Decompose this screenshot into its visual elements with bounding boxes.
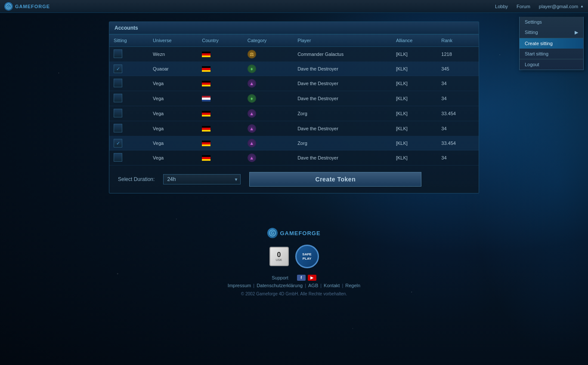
cell-universe-5: Vega xyxy=(149,121,198,136)
col-country: Country xyxy=(198,34,243,47)
checkbox-5[interactable] xyxy=(114,124,122,132)
cell-category-1: ♦ xyxy=(243,62,293,76)
cell-country-6 xyxy=(198,136,243,150)
cell-category-5: ▲ xyxy=(243,121,293,136)
sitting-arrow: ▶ xyxy=(575,30,578,35)
svg-text:G: G xyxy=(271,231,274,236)
footer-logo-icon: G xyxy=(267,228,278,238)
dropdown-start-sitting[interactable]: Start sitting xyxy=(520,49,583,59)
cell-country-5 xyxy=(198,121,243,136)
cell-category-4: ▲ xyxy=(243,106,293,121)
checkbox-6[interactable]: ✓ xyxy=(114,139,122,147)
cell-category-7: ▲ xyxy=(243,150,293,166)
support-link[interactable]: Support xyxy=(272,275,288,280)
duration-select[interactable]: 1h2h4h8h12h24h48h72h xyxy=(163,174,241,184)
youtube-icon[interactable]: ▶ xyxy=(308,275,316,281)
user-menu-arrow: ▲ xyxy=(580,4,584,8)
dropdown-logout[interactable]: Logout xyxy=(520,59,583,70)
checkbox-2[interactable] xyxy=(114,79,122,87)
footer: G GAMEFORGE 0 USK SAFEPLAY Support f ▶ I… xyxy=(0,219,588,305)
cell-sitting-2 xyxy=(109,76,149,91)
cell-player-0: Commander Galactus xyxy=(293,47,392,62)
checkbox-1[interactable]: ✓ xyxy=(114,64,122,73)
panel-header: Accounts xyxy=(109,22,479,34)
user-dropdown: Settings Sitting ▶ Create sitting Start … xyxy=(519,17,584,70)
table-row: Vega ▲ Dave the Destroyer [KLK] 34 xyxy=(109,121,479,136)
cell-sitting-3 xyxy=(109,91,149,106)
cell-sitting-4 xyxy=(109,106,149,121)
cell-rank-5: 34 xyxy=(437,121,479,136)
dropdown-settings[interactable]: Settings xyxy=(520,17,583,27)
footer-link-agb[interactable]: AGB xyxy=(308,283,318,288)
col-category: Category xyxy=(243,34,293,47)
footer-copyright: © 2002 Gameforge 4D GmbH. Alle Rechte vo… xyxy=(0,291,588,296)
flag-icon-0 xyxy=(202,52,210,57)
cell-player-5: Dave the Destroyer xyxy=(293,121,392,136)
cell-sitting-1: ✓ xyxy=(109,62,149,76)
flag-icon-2 xyxy=(202,81,210,86)
footer-link-datenschutz[interactable]: Datenschutzerklärung xyxy=(257,283,303,288)
main-content: Accounts Sitting Universe Country Catego… xyxy=(100,13,488,202)
cell-sitting-7 xyxy=(109,150,149,166)
nav-lobby[interactable]: Lobby xyxy=(495,4,508,9)
footer-logo: G GAMEFORGE xyxy=(0,228,588,238)
cell-category-3: ♦ xyxy=(243,91,293,106)
cell-sitting-0 xyxy=(109,47,149,62)
usk-label: USK xyxy=(276,258,282,261)
category-icon-0: ⚖ xyxy=(248,50,256,58)
checkbox-7[interactable] xyxy=(114,153,122,162)
category-icon-1: ♦ xyxy=(248,64,256,73)
cell-player-1: Dave the Destroyer xyxy=(293,62,392,76)
cell-alliance-5: [KLK] xyxy=(392,121,437,136)
table-row: Wezn ⚖ Commander Galactus [KLK] 1218 xyxy=(109,47,479,62)
logo-text: GAMEFORGE xyxy=(15,4,50,9)
cell-country-2 xyxy=(198,76,243,91)
user-menu[interactable]: player@gmail.com ▲ Settings Sitting ▶ Cr… xyxy=(539,4,584,9)
dropdown-create-sitting[interactable]: Create sitting xyxy=(520,38,583,49)
action-row: Select Duration: 1h2h4h8h12h24h48h72h ▼ … xyxy=(109,166,479,193)
cell-sitting-6: ✓ xyxy=(109,136,149,150)
footer-link-kontakt[interactable]: Kontakt xyxy=(324,283,340,288)
facebook-icon[interactable]: f xyxy=(297,275,306,281)
cell-player-4: Zorg xyxy=(293,106,392,121)
cell-universe-7: Vega xyxy=(149,150,198,166)
table-row: ✓ Quaoar ♦ Dave the Destroyer [KLK] 345 xyxy=(109,62,479,76)
cell-category-0: ⚖ xyxy=(243,47,293,62)
cell-country-3 xyxy=(198,91,243,106)
checkbox-0[interactable] xyxy=(114,49,122,58)
footer-link-regeln[interactable]: Regeln xyxy=(345,283,360,288)
cell-player-6: Zorg xyxy=(293,136,392,150)
create-token-button[interactable]: Create Token xyxy=(249,172,421,187)
cell-rank-6: 33.454 xyxy=(437,136,479,150)
checkbox-4[interactable] xyxy=(114,109,122,117)
cell-universe-3: Vega xyxy=(149,91,198,106)
usk-number: 0 xyxy=(277,252,281,258)
nav-forum[interactable]: Forum xyxy=(517,4,530,9)
footer-link-impressum[interactable]: Impressum xyxy=(228,283,251,288)
cell-universe-2: Vega xyxy=(149,76,198,91)
svg-text:G: G xyxy=(7,5,10,9)
col-alliance: Alliance xyxy=(392,34,437,47)
social-icons: f ▶ xyxy=(297,275,316,281)
dropdown-sitting[interactable]: Sitting ▶ xyxy=(520,27,583,38)
usk-badge: 0 USK xyxy=(269,247,289,266)
category-icon-7: ▲ xyxy=(248,153,256,162)
footer-links: Impressum | Datenschutzerklärung | AGB |… xyxy=(0,283,588,288)
cell-country-4 xyxy=(198,106,243,121)
cell-player-3: Dave the Destroyer xyxy=(293,91,392,106)
category-icon-6: ▲ xyxy=(248,139,256,147)
flag-icon-7 xyxy=(202,155,210,161)
checkbox-3[interactable] xyxy=(114,94,122,102)
logo[interactable]: G GAMEFORGE xyxy=(4,2,50,11)
flag-icon-6 xyxy=(202,141,210,146)
cell-universe-6: Vega xyxy=(149,136,198,150)
accounts-panel: Accounts Sitting Universe Country Catego… xyxy=(109,21,479,193)
table-row: Vega ♦ Dave the Destroyer [KLK] 34 xyxy=(109,91,479,106)
cell-alliance-2: [KLK] xyxy=(392,76,437,91)
cell-alliance-4: [KLK] xyxy=(392,106,437,121)
category-icon-4: ▲ xyxy=(248,109,256,118)
col-rank: Rank xyxy=(437,34,479,47)
table-row: Vega ▲ Dave the Destroyer [KLK] 34 xyxy=(109,76,479,91)
cell-country-1 xyxy=(198,62,243,76)
col-sitting: Sitting xyxy=(109,34,149,47)
